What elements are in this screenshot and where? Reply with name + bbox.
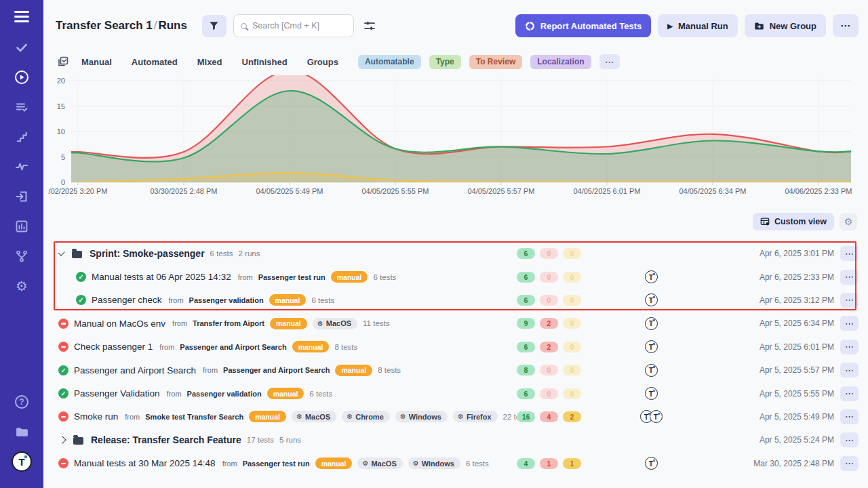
menu-icon[interactable] [14, 11, 29, 22]
row-more-button[interactable]: ⋯ [840, 246, 859, 261]
row-more-button[interactable]: ⋯ [840, 270, 859, 285]
tag-automatable[interactable]: Automatable [358, 55, 421, 69]
runs-play-icon[interactable] [8, 64, 35, 90]
assignees: T [590, 293, 712, 306]
tag-to-review[interactable]: To Review [469, 55, 522, 69]
tag-localization[interactable]: Localization [530, 55, 591, 69]
row-more-button[interactable]: ⋯ [840, 363, 859, 378]
group-name[interactable]: Sprint: Smoke-passenger [90, 248, 205, 259]
view-settings-gear-button[interactable]: ⚙ [840, 213, 857, 230]
display-settings-button[interactable] [361, 17, 378, 35]
chevron-down-icon[interactable] [58, 249, 65, 256]
new-group-button[interactable]: New Group [745, 14, 826, 37]
run-row[interactable]: ✓Passenger checkfromPassenger validation… [43, 289, 868, 312]
count-passed: 6 [517, 388, 535, 399]
tab-automated[interactable]: Automated [132, 57, 178, 67]
custom-view-button[interactable]: Custom view [753, 213, 834, 230]
result-counts: 600 [517, 248, 590, 259]
chevron-right-icon[interactable] [58, 436, 66, 444]
assignees: T [590, 270, 712, 283]
tab-groups[interactable]: Groups [307, 57, 338, 67]
filter-funnel-icon [209, 21, 219, 31]
milestones-steps-icon[interactable] [8, 124, 35, 150]
tests-count: 8 tests [334, 343, 357, 351]
source-name[interactable]: Passenger test run [258, 273, 326, 281]
run-name[interactable]: Manual tests at 30 Mar 2025 14:48 [74, 458, 216, 468]
source-name[interactable]: Passenger test run [243, 460, 310, 468]
manual-badge: manual [270, 318, 307, 329]
group-name[interactable]: Release: Transfer Search Feature [91, 434, 241, 445]
source-name[interactable]: Transfer from Aiport [193, 319, 264, 327]
run-name[interactable]: Manual on MacOs env [74, 319, 165, 329]
run-row[interactable]: ✓Manual tests at 06 Apr 2025 14:32fromPa… [43, 265, 868, 288]
run-row[interactable]: Check passenger 1fromPassenger and Airpo… [43, 336, 868, 359]
tab-manual[interactable]: Manual [81, 57, 112, 67]
row-more-button[interactable]: ⋯ [840, 456, 859, 471]
avatar-t-logo: T [645, 364, 658, 377]
count-passed: 6 [517, 295, 535, 306]
run-row[interactable]: Smoke runfromSmoke test Transfer Searchm… [43, 405, 868, 428]
run-date: Apr 6, 2025 2:33 PM [712, 272, 834, 282]
row-main: ✓Passenger and Airport SearchfromPasseng… [58, 365, 517, 376]
source-name[interactable]: Passenger validation [189, 296, 264, 304]
row-more-button[interactable]: ⋯ [840, 293, 859, 308]
row-more-button[interactable]: ⋯ [840, 409, 859, 424]
tests-count: 22 tests [503, 413, 517, 421]
tab-mixed[interactable]: Mixed [197, 57, 222, 67]
search-field[interactable] [252, 21, 347, 30]
from-label: from [222, 460, 237, 468]
import-icon[interactable] [8, 184, 35, 209]
tab-unfinished[interactable]: Unfinished [242, 57, 288, 67]
result-counts: 600 [517, 295, 590, 306]
status-failed-icon [58, 319, 68, 329]
analytics-icon[interactable] [8, 214, 35, 239]
run-row[interactable]: ✓Passenger and Airport SearchfromPasseng… [43, 359, 868, 382]
group-row[interactable]: Sprint: Smoke-passenger6 tests2 runs600A… [43, 242, 868, 265]
filter-button[interactable] [202, 15, 226, 37]
svg-text:5: 5 [61, 153, 65, 161]
header-more-button[interactable]: ⋯ [833, 14, 859, 37]
run-name[interactable]: Check passenger 1 [74, 342, 153, 352]
count-failed: 0 [540, 272, 558, 283]
row-more-button[interactable]: ⋯ [840, 340, 859, 354]
run-row[interactable]: Manual tests at 30 Mar 2025 14:48fromPas… [43, 452, 868, 475]
pulse-icon[interactable] [8, 154, 35, 180]
run-row[interactable]: ✓Passenger ValidationfromPassenger valid… [43, 382, 868, 405]
group-row[interactable]: Release: Transfer Search Feature17 tests… [43, 428, 868, 451]
runs-table: Sprint: Smoke-passenger6 tests2 runs600A… [43, 242, 868, 475]
x-axis-label: 04/05/2025 5:55 PM [361, 187, 429, 195]
test-plans-icon[interactable] [8, 94, 35, 120]
run-name[interactable]: Passenger check [92, 295, 162, 305]
source-name[interactable]: Passenger and Airport Search [223, 366, 330, 374]
source-name[interactable]: Passenger and Airport Search [180, 343, 286, 351]
run-name[interactable]: Passenger Validation [74, 388, 160, 399]
tag-type[interactable]: Type [429, 55, 461, 69]
manual-run-button[interactable]: ▶ Manual Run [658, 14, 737, 37]
x-axis-label: 03/30/2025 2:48 PM [150, 187, 217, 195]
docs-folder-icon[interactable] [8, 419, 35, 445]
row-more-button[interactable]: ⋯ [840, 432, 859, 447]
user-avatar-logo[interactable]: T [8, 449, 35, 474]
search-input[interactable] [233, 14, 354, 37]
help-icon[interactable]: ? [8, 389, 35, 415]
run-name[interactable]: Passenger and Airport Search [74, 365, 196, 375]
run-name[interactable]: Smoke run [74, 411, 118, 422]
select-all-icon[interactable] [56, 54, 71, 69]
tags-more-button[interactable]: ⋯ [599, 54, 620, 69]
source-name[interactable]: Smoke test Transfer Search [145, 413, 243, 421]
status-passed-icon: ✓ [76, 295, 86, 305]
source-name[interactable]: Passenger validation [187, 390, 262, 398]
count-passed: 9 [517, 318, 535, 329]
run-row[interactable]: Manual on MacOs envfromTransfer from Aip… [43, 312, 868, 335]
count-other: 2 [563, 411, 581, 422]
settings-gear-icon[interactable]: ⚙ [8, 273, 35, 299]
from-label: from [203, 366, 218, 374]
report-automated-tests-button[interactable]: Report Automated Tests [515, 14, 652, 37]
run-name[interactable]: Manual tests at 06 Apr 2025 14:32 [92, 272, 231, 282]
x-axis-label: 04/05/2025 5:49 PM [256, 187, 323, 195]
tests-check-icon[interactable] [8, 35, 35, 60]
row-more-button[interactable]: ⋯ [840, 386, 859, 401]
count-other: 1 [563, 458, 581, 469]
integrations-branch-icon[interactable] [8, 243, 35, 269]
row-more-button[interactable]: ⋯ [840, 316, 859, 331]
